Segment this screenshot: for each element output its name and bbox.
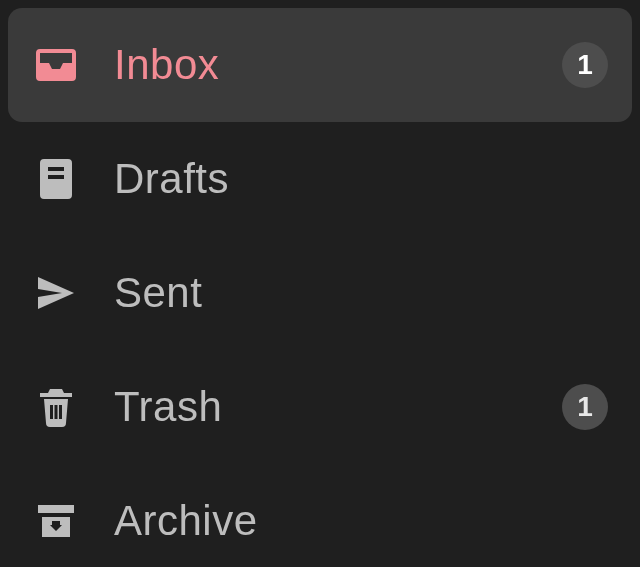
sidebar-item-label: Sent <box>114 269 608 317</box>
inbox-icon <box>28 37 84 93</box>
unread-badge: 1 <box>562 42 608 88</box>
sidebar-item-trash[interactable]: Trash 1 <box>8 350 632 464</box>
sidebar-item-inbox[interactable]: Inbox 1 <box>8 8 632 122</box>
document-icon <box>28 151 84 207</box>
trash-icon <box>28 379 84 435</box>
unread-badge: 1 <box>562 384 608 430</box>
sidebar-item-label: Trash <box>114 383 562 431</box>
sidebar-item-archive[interactable]: Archive <box>8 464 632 567</box>
send-icon <box>28 265 84 321</box>
sidebar-item-drafts[interactable]: Drafts <box>8 122 632 236</box>
sidebar-item-label: Inbox <box>114 41 562 89</box>
archive-icon <box>28 493 84 549</box>
sidebar-item-label: Drafts <box>114 155 608 203</box>
sidebar-item-label: Archive <box>114 497 608 545</box>
mail-sidebar: Inbox 1 Drafts Sent Trash 1 Archive <box>0 0 640 567</box>
sidebar-item-sent[interactable]: Sent <box>8 236 632 350</box>
